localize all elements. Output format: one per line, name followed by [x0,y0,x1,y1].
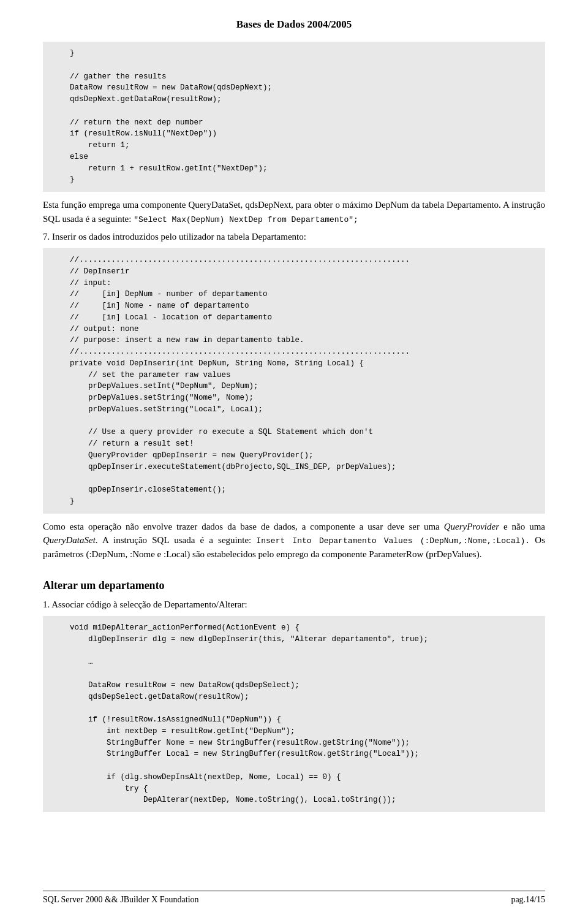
numbered-item-7: 7. Inserir os dados introduzidos pelo ut… [43,232,545,242]
item-label-1b: Associar código à selecção de Departamen… [51,599,247,609]
item-num-7: 7. [43,232,50,242]
prose-2-part2: e não uma [499,522,545,531]
inline-sql-1: "Select Max(DepNum) NextDep from Departa… [134,215,358,224]
prose-2-italic1: QueryProvider [444,522,499,531]
code-block-3: void miDepAlterar_actionPerformed(Action… [43,616,545,812]
page: Bases de Dados 2004/2005 } // gather the… [0,0,588,917]
footer-right: pag.14/15 [511,895,545,905]
item-num-1b: 1. [43,599,50,609]
code-block-2: //......................................… [43,248,545,514]
footer-left: SQL Server 2000 && JBuilder X Foundation [43,895,199,905]
prose-1: Esta função emprega uma componente Query… [43,198,545,226]
numbered-item-1b: 1. Associar código à selecção de Departa… [43,599,545,610]
footer: SQL Server 2000 && JBuilder X Foundation… [43,891,545,905]
item-label-7: Inserir os dados introduzidos pelo utili… [52,232,306,242]
page-title: Bases de Dados 2004/2005 [43,18,545,31]
section-title-alterar: Alterar um departamento [43,579,545,592]
inline-sql-2: Insert Into Departamento Values (:DepNum… [256,536,530,546]
prose-2: Como esta operação não envolve trazer da… [43,520,545,561]
prose-2-part3: . A instrução SQL usada é a seguinte: [96,535,257,545]
prose-2-italic2: QueryDataSet [43,535,96,545]
prose-2-part1: Como esta operação não envolve trazer da… [43,522,444,531]
code-block-1: } // gather the results DataRow resultRo… [43,42,545,192]
